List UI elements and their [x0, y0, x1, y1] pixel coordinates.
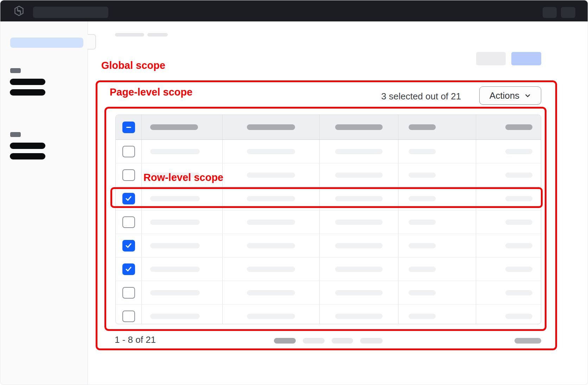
table-cell: [141, 305, 222, 324]
actions-dropdown-button[interactable]: Actions: [479, 86, 541, 105]
sidebar-item-4[interactable]: [10, 153, 45, 159]
row-checkbox[interactable]: [122, 169, 135, 181]
table-cell: [476, 187, 541, 210]
pagination-page-button-2[interactable]: [332, 338, 353, 344]
table-cell: [222, 257, 319, 281]
page-scope-label: Page-level scope: [110, 87, 192, 98]
table-row[interactable]: [116, 304, 541, 324]
table-cell: [222, 281, 319, 304]
table-cell: [319, 234, 398, 257]
table-row[interactable]: [116, 187, 541, 210]
check-icon: [126, 196, 132, 201]
table-header-row: [116, 115, 541, 140]
sidebar-section-label-2: [10, 132, 21, 137]
data-table: [115, 115, 541, 324]
column-header-5[interactable]: [476, 115, 541, 139]
table-cell: [222, 163, 319, 187]
top-nav-bar: [0, 0, 588, 21]
table-cell: [141, 234, 222, 257]
table-cell: [141, 281, 222, 304]
pagination-range-label: 1 - 8 of 21: [115, 334, 156, 345]
row-checkbox[interactable]: [122, 193, 135, 204]
table-cell: [222, 305, 319, 324]
table-cell: [476, 257, 541, 281]
row-checkbox[interactable]: [122, 240, 135, 252]
column-header-4[interactable]: [398, 115, 476, 139]
table-cell: [398, 187, 476, 210]
table-cell: [398, 257, 476, 281]
table-cell: [222, 140, 319, 163]
user-menu-button[interactable]: [561, 7, 575, 18]
table-cell: [222, 234, 319, 257]
check-icon: [126, 243, 132, 248]
actions-button-label: Actions: [490, 90, 519, 101]
breadcrumb-item-1[interactable]: [115, 33, 144, 37]
table-cell: [222, 187, 319, 210]
sidebar-item-2[interactable]: [10, 89, 45, 96]
table-row[interactable]: [116, 234, 541, 257]
app-window: Global scope Page-level scope 3 selected…: [0, 0, 588, 385]
primary-button-placeholder[interactable]: [511, 52, 541, 65]
column-header-2[interactable]: [222, 115, 319, 139]
table-cell: [476, 210, 541, 234]
table-cell: [476, 281, 541, 304]
table-cell: [319, 257, 398, 281]
pagination-page-size-control[interactable]: [514, 338, 541, 344]
table-cell: [398, 234, 476, 257]
help-menu-button[interactable]: [543, 7, 557, 18]
select-all-checkbox[interactable]: [122, 122, 135, 133]
table-cell: [319, 305, 398, 324]
minus-icon: [126, 127, 131, 128]
row-scope-label: Row-level scope: [143, 172, 223, 183]
column-header-1[interactable]: [141, 115, 222, 139]
row-checkbox[interactable]: [122, 287, 135, 299]
row-checkbox[interactable]: [122, 311, 135, 322]
table-body: [116, 140, 541, 324]
pagination-page-button-1[interactable]: [303, 338, 325, 344]
table-cell: [398, 305, 476, 324]
sidebar-item-3[interactable]: [10, 143, 45, 149]
sidebar-item-1[interactable]: [10, 79, 45, 85]
table-row[interactable]: [116, 281, 541, 304]
table-row[interactable]: [116, 257, 541, 281]
table-cell: [319, 140, 398, 163]
check-icon: [126, 267, 132, 272]
sidebar-flyout-handle[interactable]: [88, 34, 96, 50]
table-cell: [141, 187, 222, 210]
breadcrumb-item-2[interactable]: [147, 33, 168, 37]
table-cell: [398, 163, 476, 187]
table-cell: [476, 305, 541, 324]
table-cell: [141, 140, 222, 163]
sidebar-section-label-1: [10, 68, 21, 73]
table-cell: [476, 140, 541, 163]
secondary-button-placeholder[interactable]: [476, 52, 506, 65]
table-row[interactable]: [116, 140, 541, 163]
table-cell: [398, 210, 476, 234]
table-cell: [319, 163, 398, 187]
row-checkbox[interactable]: [122, 146, 135, 157]
table-cell: [222, 210, 319, 234]
table-cell: [476, 163, 541, 187]
table-row[interactable]: [116, 210, 541, 234]
sidebar-item-active[interactable]: [10, 38, 83, 48]
table-cell: [398, 281, 476, 304]
sidebar-nav: [0, 21, 88, 385]
table-cell: [476, 234, 541, 257]
selection-summary: 3 selected out of 21: [381, 91, 461, 102]
table-cell: [319, 210, 398, 234]
hashicorp-logo-icon: [14, 6, 24, 16]
table-cell: [319, 187, 398, 210]
row-checkbox[interactable]: [122, 216, 135, 228]
table-cell: [319, 281, 398, 304]
column-header-3[interactable]: [319, 115, 398, 139]
row-checkbox[interactable]: [122, 263, 135, 275]
pagination-page-button-3[interactable]: [360, 338, 383, 344]
pagination-prev-button[interactable]: [274, 338, 296, 344]
table-cell: [398, 140, 476, 163]
global-scope-label: Global scope: [101, 60, 165, 71]
table-cell: [141, 210, 222, 234]
global-search-input[interactable]: [33, 7, 108, 18]
table-cell: [141, 257, 222, 281]
chevron-down-icon: [524, 92, 531, 99]
